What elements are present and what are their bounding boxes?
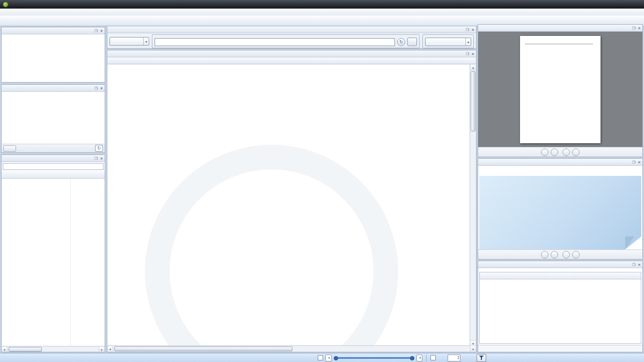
search-group: ↻ (152, 34, 420, 48)
float-panel-icon[interactable]: ❐ (94, 29, 98, 33)
float-panel-icon[interactable]: ❐ (632, 160, 635, 164)
archive-group: ▾ (422, 34, 474, 48)
archive-select[interactable]: ▾ (425, 38, 471, 46)
max-results-spinner[interactable]: ▲▼ (448, 354, 460, 361)
documents-table-body (107, 64, 476, 345)
funnel-icon (479, 355, 484, 360)
scroll-left-icon[interactable]: ◂ (107, 346, 113, 351)
close-panel-icon[interactable]: ✕ (638, 26, 641, 30)
spinner-arrows-icon[interactable]: ▲▼ (457, 356, 459, 360)
documents-vertical-scrollbar[interactable]: ▴ ▾ (470, 64, 476, 346)
preview-area[interactable] (478, 32, 642, 147)
preview-pager (478, 147, 642, 157)
next-page-icon[interactable] (562, 149, 570, 156)
close-panel-icon[interactable]: ✕ (638, 160, 641, 164)
previous-note-icon[interactable] (551, 251, 558, 258)
scrollbar-thumb[interactable] (114, 346, 292, 351)
preview-page (520, 36, 601, 143)
ecodms-window: ❐ ✕ ❐ ✕ ↻ ❐ ✕ (0, 0, 644, 362)
notes-panel: ❐ ✕ (478, 158, 643, 260)
mark-unread-checkbox[interactable] (430, 355, 436, 360)
scroll-left-icon[interactable]: ◂ (2, 347, 8, 352)
slider-handle-right[interactable] (410, 356, 414, 360)
previous-page-icon[interactable] (551, 149, 558, 156)
status-list (2, 34, 105, 82)
apply-filter-button[interactable] (3, 145, 16, 152)
close-panel-icon[interactable]: ✕ (471, 52, 474, 56)
close-panel-icon[interactable]: ✕ (471, 28, 474, 32)
documents-table: ◂ ▸ ▴ ▾ (107, 57, 476, 352)
preview-panel: ❐ ✕ (478, 24, 643, 157)
versions-list (479, 272, 641, 344)
preview-panel-header: ❐ ✕ (478, 25, 642, 32)
float-panel-icon[interactable]: ❐ (466, 52, 469, 56)
versions-footer (478, 345, 642, 352)
filter-template-tree (2, 92, 105, 144)
scroll-right-icon[interactable]: ▸ (99, 347, 105, 352)
toggle-filter-button[interactable]: ↻ (95, 145, 103, 152)
search-panel: ❐ ✕ ▾ ↻ ▾ (107, 26, 477, 49)
documents-panel: ❐ ✕ ◂ ▸ ▴ ▾ (107, 50, 477, 352)
last-note-icon[interactable] (572, 251, 580, 258)
folders-panel-header: ❐ ✕ (2, 155, 105, 162)
bottom-bar: ▾ ▾ ▲▼ (0, 353, 644, 362)
search-row: ▾ ↻ ▾ (107, 33, 476, 49)
date-range-slider[interactable] (334, 355, 414, 361)
float-panel-icon[interactable]: ❐ (94, 86, 98, 90)
note-page-curl-highlight (625, 237, 641, 249)
search-panel-header: ❐ ✕ (107, 26, 476, 33)
first-page-icon[interactable] (541, 149, 548, 156)
note-card[interactable] (479, 176, 641, 249)
folders-panel: ❐ ✕ ◂ ▸ (1, 154, 105, 352)
close-panel-icon[interactable]: ✕ (100, 29, 103, 33)
notes-pager (478, 249, 642, 259)
last-page-icon[interactable] (572, 149, 580, 156)
app-icon (3, 2, 9, 8)
float-panel-icon[interactable]: ❐ (94, 157, 98, 160)
filter-templates-panel: ❐ ✕ ↻ (1, 84, 105, 153)
float-panel-icon[interactable]: ❐ (466, 28, 469, 32)
scroll-right-icon[interactable]: ▸ (470, 346, 476, 351)
folder-filter-input[interactable] (3, 163, 104, 170)
folder-tree (2, 179, 105, 346)
status-panel: ❐ ✕ (1, 27, 105, 83)
next-note-icon[interactable] (562, 251, 570, 258)
float-panel-icon[interactable]: ❐ (632, 26, 635, 30)
filter-toggle-button[interactable] (477, 354, 486, 362)
scrollbar-thumb[interactable] (471, 71, 475, 131)
first-note-icon[interactable] (541, 251, 548, 258)
menu-bar (0, 9, 644, 16)
documents-panel-header: ❐ ✕ (107, 50, 476, 57)
folders-horizontal-scrollbar[interactable]: ◂ ▸ (2, 346, 105, 352)
notes-panel-header: ❐ ✕ (478, 159, 642, 166)
status-panel-header: ❐ ✕ (2, 27, 105, 34)
close-panel-icon[interactable]: ✕ (638, 263, 641, 267)
date-to-select[interactable]: ▾ (416, 354, 423, 361)
scroll-up-icon[interactable]: ▴ (471, 64, 476, 70)
title-bar (0, 0, 644, 9)
search-button[interactable] (407, 38, 417, 46)
documents-horizontal-scrollbar[interactable]: ◂ ▸ (107, 345, 476, 352)
chevron-down-icon: ▾ (465, 38, 469, 46)
date-from-select[interactable]: ▾ (325, 354, 332, 361)
search-mode-select[interactable]: ▾ (109, 37, 149, 46)
search-input[interactable] (155, 38, 395, 46)
date-filter-checkbox[interactable] (318, 355, 323, 360)
versions-panel-header: ❐ ✕ (478, 261, 642, 268)
filter-panel-header: ❐ ✕ (2, 85, 105, 92)
scroll-down-icon[interactable]: ▾ (471, 340, 476, 346)
scrollbar-thumb[interactable] (9, 347, 42, 352)
refresh-search-icon[interactable]: ↻ (397, 38, 405, 46)
close-panel-icon[interactable]: ✕ (100, 86, 103, 90)
versions-panel: ❐ ✕ (478, 261, 643, 352)
chevron-down-icon: ▾ (328, 356, 330, 359)
filter-panel-footer: ↻ (2, 144, 105, 152)
slider-handle-left[interactable] (334, 356, 338, 360)
chevron-down-icon: ▾ (420, 356, 421, 359)
close-panel-icon[interactable]: ✕ (100, 157, 103, 160)
float-panel-icon[interactable]: ❐ (632, 263, 635, 267)
folder-column-headers (2, 171, 105, 179)
versions-list-header (480, 272, 641, 279)
documents-table-header (107, 57, 476, 64)
chevron-down-icon: ▾ (143, 38, 147, 45)
